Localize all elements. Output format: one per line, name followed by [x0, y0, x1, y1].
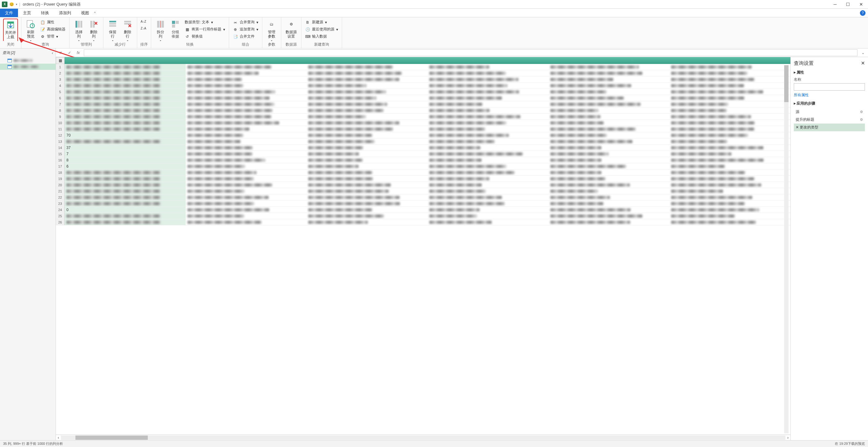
cell[interactable]	[306, 101, 428, 107]
close-and-load-button[interactable]: 关闭并 上载▾	[3, 19, 18, 41]
tab-transform[interactable]: 转换	[36, 9, 54, 17]
cell[interactable]	[186, 213, 307, 219]
tab-home[interactable]: 主页	[18, 9, 36, 17]
cell[interactable]	[65, 107, 186, 113]
cell[interactable]	[186, 188, 307, 194]
cell[interactable]	[65, 194, 186, 200]
cell[interactable]	[428, 76, 549, 82]
cell[interactable]	[428, 151, 549, 157]
cell[interactable]	[65, 83, 186, 89]
cell[interactable]	[669, 70, 790, 76]
cell[interactable]	[186, 169, 307, 175]
cell[interactable]	[186, 89, 307, 95]
cell[interactable]	[306, 213, 428, 219]
select-all-corner[interactable]: ▦	[56, 57, 65, 64]
cell[interactable]	[306, 114, 428, 120]
cell[interactable]	[186, 132, 307, 138]
cell[interactable]	[65, 169, 186, 175]
row-number[interactable]: 1	[56, 64, 65, 70]
cell[interactable]	[428, 169, 549, 175]
table-row[interactable]: 21	[56, 188, 790, 194]
cell[interactable]	[306, 138, 428, 145]
cell[interactable]	[428, 120, 549, 126]
cell[interactable]	[306, 95, 428, 101]
manage-button[interactable]: ⚙管理 ▾	[39, 34, 66, 39]
cell[interactable]	[428, 188, 549, 194]
grid-header[interactable]: ▦	[56, 57, 790, 64]
row-number[interactable]: 21	[56, 188, 65, 194]
cell[interactable]	[186, 76, 307, 82]
step-promoted-headers[interactable]: 提升的标题⚙	[794, 116, 865, 124]
fx-icon[interactable]: fx	[75, 50, 81, 56]
dropdown-icon[interactable]: ▾	[16, 3, 18, 6]
cell[interactable]	[186, 163, 307, 169]
cell[interactable]	[669, 76, 790, 82]
close-settings-button[interactable]: ✕	[861, 60, 865, 67]
cell[interactable]	[669, 188, 790, 194]
cell[interactable]	[428, 64, 549, 70]
scroll-left-button[interactable]: ‹	[56, 436, 61, 440]
cell[interactable]	[65, 176, 186, 182]
cell[interactable]	[186, 101, 307, 107]
cell[interactable]	[549, 138, 670, 145]
cell[interactable]	[186, 219, 307, 225]
cell[interactable]	[306, 89, 428, 95]
row-number[interactable]: 4	[56, 83, 65, 89]
cell[interactable]	[428, 95, 549, 101]
table-row[interactable]: 18	[56, 169, 790, 176]
query-item-selected[interactable]	[0, 64, 56, 70]
cell[interactable]	[306, 132, 428, 138]
cell[interactable]	[186, 95, 307, 101]
cell[interactable]	[549, 76, 670, 82]
cell[interactable]	[186, 176, 307, 182]
cell[interactable]	[428, 132, 549, 138]
cell[interactable]	[306, 70, 428, 76]
formula-input[interactable]	[84, 50, 858, 56]
cell[interactable]	[65, 219, 186, 225]
data-source-settings-button[interactable]: ⚙数据源 设置	[284, 19, 298, 39]
cell[interactable]	[669, 207, 790, 213]
cell[interactable]	[186, 157, 307, 163]
new-source-button[interactable]: 🗎新建源 ▾	[305, 19, 339, 25]
all-properties-link[interactable]: 所有属性	[794, 93, 809, 98]
cell[interactable]	[669, 200, 790, 206]
cell[interactable]	[549, 213, 670, 219]
cell[interactable]	[549, 182, 670, 188]
cell[interactable]	[306, 182, 428, 188]
cell[interactable]	[549, 151, 670, 157]
cell[interactable]	[428, 126, 549, 132]
cell[interactable]	[428, 138, 549, 145]
use-first-row-button[interactable]: ▦将第一行用作标题 ▾	[184, 26, 226, 32]
cell[interactable]	[306, 194, 428, 200]
cell[interactable]	[428, 107, 549, 113]
cell[interactable]	[549, 163, 670, 169]
cell[interactable]	[549, 200, 670, 206]
cell[interactable]	[549, 157, 670, 163]
cell[interactable]	[306, 176, 428, 182]
cell[interactable]	[669, 151, 790, 157]
row-number[interactable]: 24	[56, 207, 65, 213]
refresh-preview-button[interactable]: 刷新 预览▾	[25, 19, 37, 41]
table-row[interactable]: 168	[56, 157, 790, 163]
table-row[interactable]: 1437	[56, 145, 790, 151]
cell[interactable]	[306, 76, 428, 82]
table-row[interactable]: 9	[56, 114, 790, 120]
cell[interactable]	[186, 107, 307, 113]
gear-icon[interactable]: ⚙	[860, 110, 863, 114]
sort-asc-button[interactable]: A↓Z	[140, 19, 147, 24]
table-row[interactable]: 1270	[56, 132, 790, 138]
cell[interactable]	[669, 194, 790, 200]
cell[interactable]	[549, 64, 670, 70]
expand-formula-button[interactable]: ⌄	[860, 50, 866, 56]
cell[interactable]	[669, 145, 790, 151]
row-number[interactable]: 14	[56, 145, 65, 151]
cell[interactable]	[549, 114, 670, 120]
table-row[interactable]: 2	[56, 70, 790, 76]
cell[interactable]	[65, 76, 186, 82]
row-number[interactable]: 17	[56, 163, 65, 169]
cell[interactable]	[306, 107, 428, 113]
cell[interactable]	[65, 188, 186, 194]
cell[interactable]	[306, 157, 428, 163]
row-number[interactable]: 26	[56, 219, 65, 225]
cell[interactable]	[306, 207, 428, 213]
